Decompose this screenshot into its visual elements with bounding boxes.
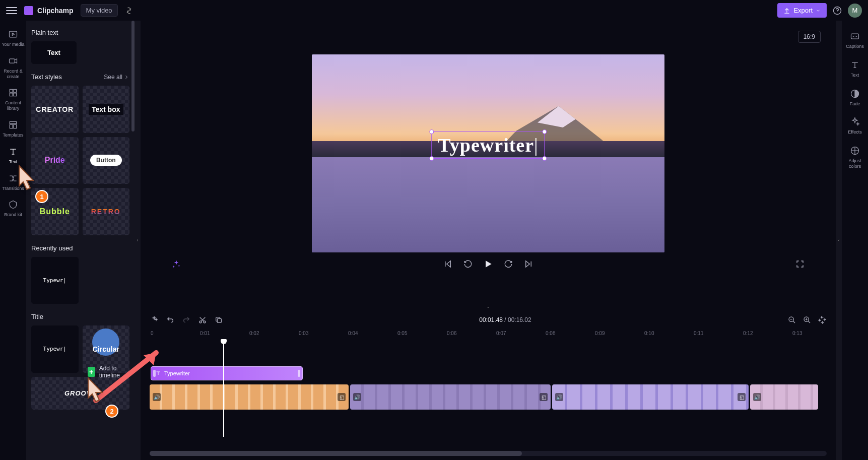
media-icon [8, 29, 19, 40]
video-track: 🔊 ◱ 🔊 ◱ 🔊 ◱ 🔊 [150, 384, 836, 410]
skip-back-button[interactable] [442, 258, 453, 270]
fade-icon [849, 88, 860, 99]
svg-rect-3 [10, 90, 13, 93]
svg-point-11 [204, 321, 206, 323]
recently-used-title: Recently used [31, 244, 129, 252]
volume-icon[interactable]: 🔊 [353, 393, 361, 401]
style-button[interactable]: Button [83, 137, 130, 184]
video-clip[interactable]: 🔊 ◱ [150, 384, 349, 410]
templates-icon [8, 119, 19, 130]
nav-brand-kit[interactable]: Brand kit [0, 195, 26, 222]
clip-mark-icon[interactable]: ◱ [738, 393, 746, 401]
prop-adjust-colors[interactable]: Adjust colors [842, 141, 868, 173]
clip-mark-icon[interactable]: ◱ [338, 393, 346, 401]
nav-text[interactable]: Text [0, 142, 26, 169]
help-icon[interactable] [833, 6, 842, 15]
redo-button[interactable] [182, 315, 191, 324]
chevron-down-icon [816, 8, 821, 13]
menu-icon[interactable] [6, 5, 17, 16]
copy-button[interactable] [214, 315, 223, 324]
aspect-ratio-badge[interactable]: 16:9 [798, 31, 821, 43]
nav-record[interactable]: Record & create [0, 51, 26, 84]
timeline-timecode: 00:01.48 / 00:16.02 [479, 316, 531, 323]
timeline-ruler[interactable]: 0 0:01 0:02 0:03 0:04 0:05 0:06 0:07 0:0… [141, 329, 836, 341]
transitions-icon [8, 173, 19, 184]
app-logo[interactable]: Clipchamp [24, 6, 74, 15]
svg-rect-15 [851, 34, 859, 39]
text-overlay-selection[interactable]: Typewriter [431, 132, 545, 159]
title-section-title: Title [31, 313, 129, 320]
play-button[interactable] [483, 258, 494, 270]
text-icon [8, 146, 19, 157]
export-button[interactable]: Export [777, 3, 827, 18]
style-creator[interactable]: CREATOR [31, 86, 79, 133]
prop-fade[interactable]: Fade [842, 84, 868, 111]
svg-rect-5 [10, 93, 13, 96]
volume-icon[interactable]: 🔊 [753, 393, 761, 401]
forward-button[interactable] [503, 258, 514, 270]
see-all-button[interactable]: See all [104, 74, 129, 81]
chevron-right-icon [123, 74, 129, 80]
volume-icon[interactable]: 🔊 [555, 393, 563, 401]
prop-effects[interactable]: Effects [842, 112, 868, 139]
svg-rect-2 [10, 59, 15, 63]
style-textbox[interactable]: Text box [83, 86, 130, 133]
nav-content-library[interactable]: Content library [0, 83, 26, 115]
sync-off-icon [125, 7, 133, 15]
rewind-button[interactable] [462, 258, 474, 270]
resize-handle[interactable] [429, 129, 434, 134]
right-rail: Captions Text Fade Effects Adjust colors [842, 21, 868, 460]
svg-rect-7 [10, 121, 16, 123]
zoom-out-button[interactable] [787, 315, 796, 324]
preview-area: 16:9 Typewriter [141, 21, 836, 304]
tutorial-arrow [76, 348, 166, 405]
video-canvas[interactable]: Typewriter [312, 54, 664, 252]
cut-button[interactable] [198, 315, 207, 324]
prop-text[interactable]: Text [842, 55, 868, 82]
top-bar: Clipchamp My video Export M [0, 0, 868, 21]
style-bubble[interactable]: Bubble [31, 188, 79, 235]
timeline-scrollbar[interactable] [150, 451, 827, 456]
playback-controls [156, 252, 821, 276]
nav-rail: Your media Record & create Content libra… [0, 21, 26, 460]
style-pride[interactable]: Pride [31, 137, 79, 184]
plain-text-title: Plain text [31, 29, 129, 36]
water [312, 157, 664, 252]
logo-icon [24, 6, 33, 15]
video-clip[interactable]: 🔊 ◱ [552, 384, 749, 410]
nav-your-media[interactable]: Your media [0, 25, 26, 51]
ai-sparkle-icon[interactable] [171, 258, 182, 270]
text-clip[interactable]: Typewriter [151, 366, 303, 380]
brand-icon [8, 199, 19, 210]
nav-transitions[interactable]: Transitions [0, 169, 26, 195]
magic-tool[interactable] [150, 315, 159, 324]
nav-templates[interactable]: Templates [0, 115, 26, 142]
video-clip[interactable]: 🔊 ◱ [350, 384, 551, 410]
fullscreen-button[interactable] [794, 258, 806, 270]
style-retro[interactable]: RETRO [83, 188, 130, 235]
app-name: Clipchamp [37, 7, 74, 15]
svg-point-10 [199, 321, 202, 323]
undo-button[interactable] [166, 315, 175, 324]
prop-captions[interactable]: Captions [842, 27, 868, 53]
canvas-text[interactable]: Typewriter [438, 135, 538, 156]
title-typewriter[interactable]: Typewr| [31, 325, 79, 373]
clip-trim-handle[interactable] [298, 370, 300, 377]
clip-mark-icon[interactable]: ◱ [540, 393, 548, 401]
chevron-left-icon [837, 237, 841, 243]
video-clip[interactable]: 🔊 [750, 384, 818, 410]
user-avatar[interactable]: M [848, 4, 862, 18]
recent-typewriter[interactable]: Typewr| [31, 257, 79, 304]
effects-icon [849, 116, 860, 127]
captions-icon [849, 31, 860, 42]
collapse-timeline-button[interactable] [141, 304, 836, 311]
timeline-tracks[interactable]: Typewriter 🔊 ◱ 🔊 ◱ 🔊 ◱ [141, 341, 836, 447]
fit-button[interactable] [818, 315, 827, 324]
project-name-input[interactable]: My video [81, 4, 118, 17]
collapse-right-button[interactable] [836, 21, 842, 460]
plain-text-card[interactable]: Text [31, 41, 77, 64]
playhead[interactable] [223, 341, 224, 437]
skip-forward-button[interactable] [523, 258, 534, 270]
resize-handle[interactable] [429, 156, 434, 161]
zoom-in-button[interactable] [803, 315, 812, 324]
